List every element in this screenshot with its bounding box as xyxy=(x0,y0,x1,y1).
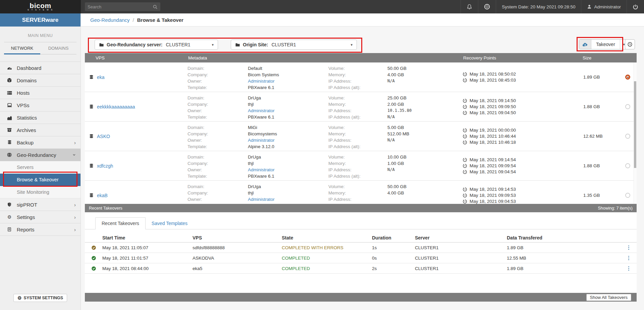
logout-button[interactable] xyxy=(627,0,644,13)
takeover-data-transfered: 1.89 GB xyxy=(507,266,621,271)
recovery-points: May 18, 2021 09:14:54 May 18, 2021 09:09… xyxy=(463,151,582,180)
system-date: System Date: 20 May 2021 09:28:50 xyxy=(496,0,581,13)
sidebar-subitem-browse-takeover[interactable]: Browse & Takeover xyxy=(0,174,80,186)
user-menu[interactable]: Administrator xyxy=(581,0,627,13)
shield-icon xyxy=(6,202,13,207)
lifebuoy-icon xyxy=(484,4,490,10)
geo-redundancy-server-dropdown[interactable]: Geo-Redundancy server: CLUSTER1 ▾ xyxy=(95,40,218,50)
column-header-vps: VPS xyxy=(85,55,187,60)
notifications-button[interactable] xyxy=(461,0,478,13)
folder-icon xyxy=(235,42,240,47)
takeovers-panel: Recent Takeovers Saved Templates Start T… xyxy=(85,212,637,293)
takeover-duration: 0s xyxy=(372,256,415,261)
owner-link[interactable]: Administrator xyxy=(248,108,275,113)
takeover-state: COMPLETED xyxy=(282,256,372,261)
system-settings-button[interactable]: ⚙ SYSTEM SETTINGS xyxy=(13,294,67,302)
metadata-labels: Volume:Memory:IP Address:IP Address (alt… xyxy=(328,92,387,121)
sidebar-item-reports[interactable]: Reports › xyxy=(0,223,80,236)
search-icon[interactable] xyxy=(153,4,158,9)
top-bar-right: System Date: 20 May 2021 09:28:50 Admini… xyxy=(461,0,644,13)
sidebar-item-sipprot[interactable]: sipPROT › xyxy=(0,198,80,211)
metadata-labels: Domain:Company:Owner:Template: xyxy=(187,62,248,92)
vps-name-link[interactable]: eekkkkaaaaaaaaa xyxy=(97,104,135,109)
takeover-data-transfered: 1.89 GB xyxy=(507,245,621,250)
sidebar-item-label: Dashboard xyxy=(17,65,76,71)
sidebar-item-domains[interactable]: Domains xyxy=(0,74,80,87)
sidebar-item-geo-redundancy[interactable]: Geo-Redundancy xyxy=(0,149,80,161)
vps-select-radio[interactable] xyxy=(625,163,630,168)
row-actions-kebab-icon[interactable]: ⋮ xyxy=(621,246,637,249)
support-button[interactable] xyxy=(478,0,496,13)
sidebar-item-statistics[interactable]: Statistics xyxy=(0,112,80,124)
owner-link[interactable]: Administrator xyxy=(248,79,275,84)
sidebar-item-settings[interactable]: ⚙ Settings › xyxy=(0,211,80,223)
sidebar-item-dashboard[interactable]: Dashboard xyxy=(0,62,80,74)
column-header-data-transfered: Data Transfered xyxy=(507,235,621,240)
tab-network[interactable]: NETWORK xyxy=(4,42,40,54)
takeover-button[interactable]: Takeover xyxy=(591,40,620,49)
owner-link[interactable]: Administrator xyxy=(248,197,275,202)
archive-box-icon xyxy=(6,127,13,133)
tab-saved-templates[interactable]: Saved Templates xyxy=(146,218,194,229)
tab-domains[interactable]: DOMAINS xyxy=(40,42,76,54)
app-title: SERVERware xyxy=(0,13,80,27)
history-icon xyxy=(463,164,467,168)
metadata-labels: Volume:Memory:IP Address:IP Address (alt… xyxy=(328,122,387,151)
sidebar-item-backup[interactable]: Backup › xyxy=(0,136,80,149)
sidebar-item-archives[interactable]: Archives xyxy=(0,124,80,136)
metadata-values: 5.00 GB512.00 MBN/A xyxy=(387,122,463,151)
sidebar-subitem-servers[interactable]: Servers xyxy=(0,161,80,174)
sidebar-subitem-site-monitoring[interactable]: Site Monitoring xyxy=(0,186,80,198)
chevron-right-icon: › xyxy=(74,227,76,232)
sidebar-item-hosts[interactable]: Hosts xyxy=(0,87,80,99)
vps-select-radio[interactable] xyxy=(625,193,630,198)
sidebar-item-vpss[interactable]: VPSs xyxy=(0,99,80,112)
vps-name-link[interactable]: ASKO xyxy=(97,134,110,139)
takeover-icon-segment[interactable] xyxy=(579,40,591,49)
owner-link[interactable]: Administrator xyxy=(248,138,275,143)
user-name: Administrator xyxy=(594,4,621,9)
dropdown-label: Geo-Redundancy server: xyxy=(107,42,163,47)
vps-name-link[interactable]: ekaB xyxy=(97,193,108,198)
history-icon xyxy=(463,140,467,145)
sidebar-menu: Dashboard Domains Hosts VPSs Statistics … xyxy=(0,61,80,236)
takeover-split-button: Takeover ▾ xyxy=(579,39,628,49)
breadcrumb-parent-link[interactable]: Geo-Redundancy xyxy=(90,17,130,23)
vps-icon xyxy=(89,134,94,139)
metadata-values: 10.00 GB1.00 GBN/A xyxy=(387,151,463,180)
recovery-points: May 18, 2021 09:14:50 May 18, 2021 09:09… xyxy=(463,92,582,121)
history-icon xyxy=(463,199,467,204)
folder-icon xyxy=(99,42,104,47)
dropdown-value: CLUSTER1 xyxy=(166,42,191,47)
takeover-state: COMPLETED xyxy=(282,266,372,271)
vps-select-radio[interactable] xyxy=(625,104,630,109)
cube-icon xyxy=(6,78,13,83)
status-success-icon xyxy=(85,256,102,261)
takeover-history-button[interactable] xyxy=(625,39,635,49)
takeover-row: May 18, 2021 11:05:07 sdfdsf88888888 COM… xyxy=(85,242,637,253)
owner-link[interactable]: Administrator xyxy=(248,167,275,172)
chevron-right-icon: › xyxy=(74,202,76,208)
scrollbar-thumb[interactable] xyxy=(634,81,636,168)
takeover-data-transfered: 12.55 MB xyxy=(507,256,621,261)
history-icon xyxy=(463,128,467,133)
tab-recent-takeovers[interactable]: Recent Takeovers xyxy=(95,217,146,229)
row-actions-kebab-icon[interactable]: ⋮ xyxy=(621,267,637,270)
laptop-icon xyxy=(6,102,13,108)
vps-name-link[interactable]: eka xyxy=(97,75,105,80)
vps-select-radio[interactable] xyxy=(625,134,630,139)
row-actions-kebab-icon[interactable]: ⋮ xyxy=(621,256,637,260)
search-input[interactable] xyxy=(88,4,153,9)
showing-count: Showing: 7 item(s) xyxy=(598,206,633,211)
sidebar-item-label: Geo-Redundancy xyxy=(17,152,72,158)
vps-select-radio[interactable] xyxy=(625,75,630,80)
show-all-takeovers-button[interactable]: Show All Takeovers xyxy=(586,294,632,301)
vps-name-link[interactable]: xdfczgh xyxy=(97,163,113,169)
metadata-labels: Volume:Memory:IP Address:IP Address (alt… xyxy=(328,151,387,180)
origin-site-dropdown[interactable]: Origin Site: CLUSTER1 ▾ xyxy=(231,40,357,50)
chevron-right-icon: › xyxy=(74,140,76,145)
status-success-icon xyxy=(85,266,102,271)
column-header-metadata: Metadata xyxy=(187,55,463,60)
vps-icon xyxy=(89,75,94,80)
sidebar-tabs: NETWORK DOMAINS xyxy=(4,42,76,54)
